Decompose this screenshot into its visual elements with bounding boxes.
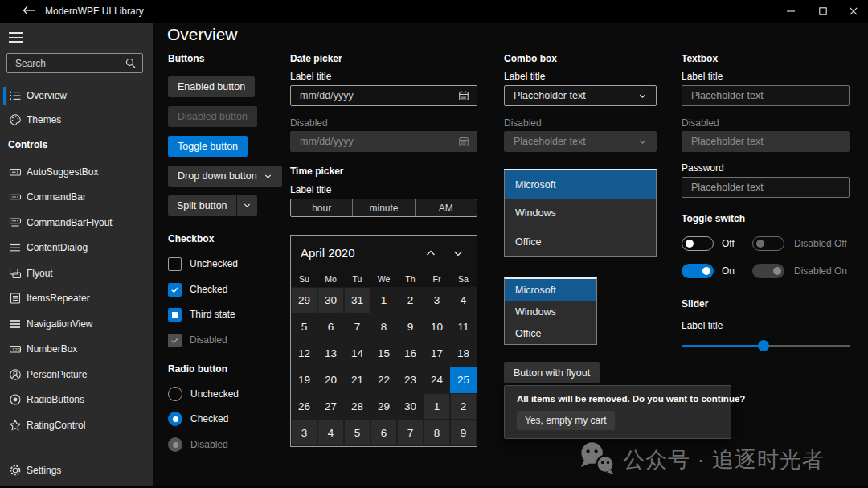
calendar-day[interactable]: 30 [317, 287, 344, 314]
back-button[interactable] [19, 3, 39, 19]
flyout-confirm-button[interactable]: Yes, empty my cart [517, 411, 615, 430]
calendar-day[interactable]: 27 [317, 393, 344, 420]
drop-down-button[interactable]: Drop down button [168, 166, 282, 187]
calendar-next-button[interactable] [452, 247, 465, 260]
button-with-flyout[interactable]: Button with flyout [504, 362, 600, 383]
calendar-day[interactable]: 30 [397, 393, 424, 420]
sidebar-item-contentdialog[interactable]: ContentDialog [0, 236, 153, 261]
sidebar-item-flyout[interactable]: Flyout [0, 260, 153, 286]
calendar-day[interactable]: 18 [450, 340, 477, 367]
sidebar-item-commandbar[interactable]: CommandBar [0, 185, 153, 211]
checkbox-checked[interactable]: Checked [168, 281, 227, 297]
toggle-knob [686, 240, 694, 248]
calendar-day[interactable]: 29 [291, 287, 317, 314]
split-button-main[interactable]: Split button [168, 195, 236, 216]
list-item-office[interactable]: Office [505, 322, 596, 344]
list-icon [9, 89, 22, 102]
sidebar-item-commandbarflyout[interactable]: CommandBarFlyout [0, 210, 153, 236]
maximize-button[interactable] [809, 0, 837, 23]
time-picker-ampm[interactable]: AM [415, 199, 477, 216]
calendar-day[interactable]: 11 [450, 314, 477, 340]
radio-checked[interactable]: Checked [168, 411, 228, 427]
search-box[interactable] [6, 53, 143, 73]
calendar-day-selected[interactable]: 25 [450, 367, 477, 393]
calendar-prev-button[interactable] [424, 247, 437, 260]
calendar-day[interactable]: 5 [344, 420, 371, 446]
calendar-day[interactable]: 1 [371, 287, 397, 314]
sidebar-item-autosuggestbox[interactable]: AutoSuggestBox [0, 159, 153, 185]
calendar-day[interactable]: 15 [371, 340, 397, 367]
list-item-windows[interactable]: Windows [505, 301, 596, 322]
calendar-day[interactable]: 4 [317, 420, 344, 446]
list-item-microsoft[interactable]: Microsoft [505, 279, 596, 301]
calendar-day[interactable]: 3 [291, 420, 317, 446]
checkbox-third[interactable]: Third state [168, 306, 235, 322]
calendar-day[interactable]: 29 [371, 393, 397, 420]
toggle-switch-off[interactable] [682, 236, 714, 251]
calendar-day[interactable]: 10 [424, 314, 450, 340]
combo-box[interactable]: Placeholder text [504, 85, 657, 106]
split-button-arrow[interactable] [237, 195, 257, 216]
checkbox-unchecked[interactable]: Unchecked [168, 256, 238, 272]
calendar-day[interactable]: 19 [291, 367, 317, 393]
slider-thumb[interactable] [758, 340, 769, 351]
date-picker-input[interactable] [290, 85, 477, 106]
textbox-input-wrap[interactable] [682, 85, 850, 106]
minimize-button[interactable] [776, 0, 805, 23]
calendar-day[interactable]: 5 [291, 314, 317, 340]
calendar-day[interactable]: 9 [450, 420, 477, 446]
calendar-day[interactable]: 21 [344, 367, 371, 393]
calendar-day[interactable]: 8 [371, 314, 397, 340]
toggle-button[interactable]: Toggle button [168, 136, 248, 157]
calendar-day[interactable]: 12 [291, 340, 317, 367]
sidebar-item-settings[interactable]: Settings [0, 458, 153, 482]
list-item-office[interactable]: Office [505, 228, 656, 256]
calendar-day[interactable]: 13 [317, 340, 344, 367]
calendar-day[interactable]: 20 [317, 367, 344, 393]
calendar-day[interactable]: 6 [371, 420, 397, 446]
calendar-day[interactable]: 1 [424, 393, 450, 420]
calendar-day[interactable]: 2 [397, 287, 424, 314]
close-button[interactable] [839, 0, 868, 23]
calendar-day[interactable]: 16 [397, 340, 424, 367]
password-input[interactable] [682, 182, 849, 193]
sidebar-item-numberbox[interactable]: 123NumberBox [0, 337, 153, 363]
sidebar-item-themes[interactable]: Themes [0, 108, 153, 132]
calendar-day[interactable]: 2 [450, 393, 477, 420]
calendar-day[interactable]: 7 [397, 420, 424, 446]
sidebar-item-radiobuttons[interactable]: RadioButtons [0, 388, 153, 413]
date-input[interactable] [291, 90, 458, 101]
calendar-day[interactable]: 3 [424, 287, 450, 314]
calendar-day[interactable]: 8 [424, 420, 450, 446]
calendar-day[interactable]: 6 [317, 314, 344, 340]
calendar-day[interactable]: 7 [344, 314, 371, 340]
search-input[interactable] [7, 58, 125, 69]
sidebar-item-navigationview[interactable]: NavigationView [0, 311, 153, 337]
list-item-windows[interactable]: Windows [505, 199, 656, 228]
time-picker-hour[interactable]: hour [291, 199, 352, 216]
hamburger-menu-button[interactable] [8, 31, 26, 45]
calendar-day[interactable]: 24 [424, 367, 450, 393]
sidebar-item-overview[interactable]: Overview [0, 84, 153, 108]
calendar-day[interactable]: 4 [450, 287, 477, 314]
list-item-microsoft[interactable]: Microsoft [505, 170, 656, 199]
calendar-day[interactable]: 28 [344, 393, 371, 420]
toggle-switch-on[interactable] [682, 264, 714, 278]
calendar-day[interactable]: 14 [344, 340, 371, 367]
radio-unchecked[interactable]: Unchecked [168, 386, 239, 402]
calendar-day[interactable]: 22 [371, 367, 397, 393]
list-box: MicrosoftWindowsOffice [504, 169, 657, 257]
password-input-wrap[interactable] [682, 177, 850, 198]
calendar-day[interactable]: 31 [344, 287, 371, 314]
calendar-day[interactable]: 9 [397, 314, 424, 340]
sidebar-item-personpicture[interactable]: PersonPicture [0, 362, 153, 388]
calendar-day[interactable]: 26 [291, 393, 317, 420]
enabled-button[interactable]: Enabled button [168, 76, 255, 97]
calendar-day[interactable]: 17 [424, 340, 450, 367]
sidebar-item-ratingcontrol[interactable]: RatingControl [0, 412, 153, 438]
sidebar-item-itemsrepeater[interactable]: ItemsRepeater [0, 286, 153, 312]
calendar-day[interactable]: 23 [397, 367, 424, 393]
toggle-switch-row: OffDisabled Off [682, 236, 866, 251]
textbox-input[interactable] [682, 90, 849, 101]
time-picker-minute[interactable]: minute [352, 199, 414, 216]
